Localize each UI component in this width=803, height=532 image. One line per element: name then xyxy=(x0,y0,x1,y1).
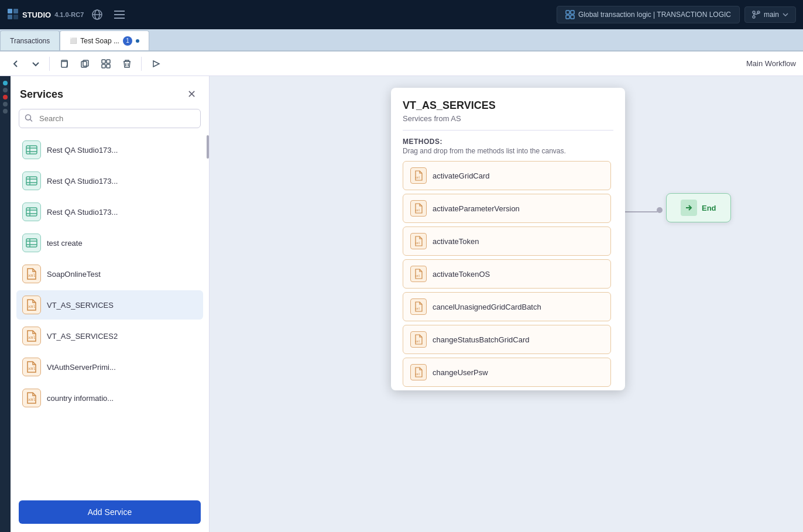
method-item[interactable]: xml changeStatusBatchGridCard xyxy=(403,325,611,354)
tab-dot xyxy=(136,39,139,43)
method-item[interactable]: xml activateTokenOS xyxy=(403,259,611,289)
search-box xyxy=(19,109,201,128)
svg-point-15 xyxy=(753,16,755,18)
layout-button[interactable] xyxy=(97,56,115,72)
popup-subtitle: Services from AS xyxy=(403,114,613,123)
tab-transactions[interactable]: Transactions xyxy=(0,30,60,50)
left-sidebar xyxy=(0,76,11,532)
end-node-icon xyxy=(681,200,697,216)
method-icon: xml xyxy=(410,364,427,380)
service-rest-icon xyxy=(22,140,41,159)
search-input[interactable] xyxy=(19,109,201,128)
tab-icon: ⬜ xyxy=(70,37,77,44)
method-item[interactable]: xml cancelUnasignedGridCardBatch xyxy=(403,292,611,321)
sidebar-indicator-1 xyxy=(3,81,8,85)
tab-badge: 1 xyxy=(123,36,132,46)
service-name: country informatio... xyxy=(47,394,114,403)
service-name: SoapOnlineTest xyxy=(47,270,101,279)
svg-point-14 xyxy=(753,11,755,13)
svg-rect-11 xyxy=(571,11,574,14)
method-icon: xml xyxy=(410,298,427,315)
transaction-logic-button[interactable]: Global transaction logic | TRANSACTION L… xyxy=(557,6,740,23)
list-item[interactable]: Rest QA Studio173... xyxy=(16,135,203,164)
list-item[interactable]: xml VT_AS_SERVICES xyxy=(16,290,203,320)
list-item[interactable]: Rest QA Studio173... xyxy=(16,166,203,195)
popup-methods-label: METHODS: xyxy=(403,138,613,146)
service-name: Rest QA Studio173... xyxy=(47,208,118,217)
add-service-button[interactable]: Add Service xyxy=(19,500,201,524)
svg-text:xml: xml xyxy=(28,273,36,278)
svg-text:xml: xml xyxy=(415,307,420,310)
svg-rect-33 xyxy=(26,208,37,216)
play-button[interactable] xyxy=(146,56,165,72)
svg-text:xml: xml xyxy=(415,208,420,212)
popup-title: VT_AS_SERVICES xyxy=(403,99,613,112)
method-item[interactable]: xml activateToken xyxy=(403,226,611,256)
method-icon: xml xyxy=(410,331,427,348)
svg-rect-0 xyxy=(8,9,12,13)
search-icon xyxy=(25,114,33,123)
method-name: activateParameterVersion xyxy=(433,204,520,213)
app-name: STUDIO xyxy=(22,11,51,19)
popup-methods-hint: Drag and drop from the methods list into… xyxy=(403,147,613,155)
list-item[interactable]: xml SoapOnlineTest xyxy=(16,259,203,289)
svg-text:xml: xml xyxy=(415,241,420,245)
svg-text:xml: xml xyxy=(415,274,420,277)
app-version: 4.1.0-RC7 xyxy=(54,11,84,18)
copy-button[interactable] xyxy=(54,56,73,72)
chevron-left-button[interactable] xyxy=(7,56,25,71)
service-soap-icon: xml xyxy=(22,389,41,407)
toolbar-divider-2 xyxy=(141,57,142,71)
method-item[interactable]: xml changeUserPsw xyxy=(403,358,611,387)
svg-text:xml: xml xyxy=(28,366,36,371)
service-soap-icon: xml xyxy=(22,296,41,314)
list-item[interactable]: xml VtAuthServerPrimi... xyxy=(16,352,203,382)
close-services-button[interactable]: ✕ xyxy=(184,87,200,102)
services-header: Services ✕ xyxy=(11,76,209,109)
branch-label: main xyxy=(764,11,779,19)
list-item[interactable]: test create xyxy=(16,228,203,258)
tab-test-soap[interactable]: ⬜ Test Soap ... 1 xyxy=(60,30,149,50)
method-name: activateToken xyxy=(433,237,479,246)
method-item[interactable]: xml activateGridCard xyxy=(403,161,611,190)
globe-button[interactable] xyxy=(88,6,106,23)
list-item[interactable]: xml country informatio... xyxy=(16,383,203,413)
list-item[interactable]: xml VT_AS_SERVICES2 xyxy=(16,321,203,351)
chevron-down-icon xyxy=(783,13,788,16)
sidebar-indicator-2 xyxy=(3,88,8,92)
svg-rect-1 xyxy=(13,9,18,13)
svg-rect-25 xyxy=(26,146,37,154)
duplicate-button[interactable] xyxy=(76,56,94,72)
method-item[interactable]: xml activateParameterVersion xyxy=(403,194,611,223)
svg-rect-10 xyxy=(566,11,569,14)
svg-text:xml: xml xyxy=(415,339,420,343)
chevron-down-toolbar-button[interactable] xyxy=(27,56,44,71)
service-name: test create xyxy=(47,239,83,248)
svg-text:xml: xml xyxy=(28,335,36,340)
service-soap-icon: xml xyxy=(22,265,41,283)
logo-icon xyxy=(7,8,19,22)
menu-button[interactable] xyxy=(111,7,128,22)
sidebar-indicator-3 xyxy=(3,95,8,99)
svg-rect-12 xyxy=(566,15,569,19)
method-name: changeUserPsw xyxy=(433,368,488,377)
method-name: activateTokenOS xyxy=(433,270,490,279)
end-node-label: End xyxy=(702,204,716,212)
list-item[interactable]: Rest QA Studio173... xyxy=(16,197,203,226)
toolbar: Main Workflow xyxy=(0,52,803,76)
connection-dot-right xyxy=(657,207,663,213)
svg-point-24 xyxy=(26,115,31,120)
service-soap-icon: xml xyxy=(22,327,41,345)
method-icon: xml xyxy=(410,233,427,249)
tab-test-soap-label: Test Soap ... xyxy=(80,37,119,45)
branch-button[interactable]: main xyxy=(744,6,796,23)
method-name: cancelUnasignedGridCardBatch xyxy=(433,303,541,311)
method-name: changeStatusBatchGridCard xyxy=(433,335,529,344)
services-list: Rest QA Studio173... Rest QA Studio173..… xyxy=(11,135,209,493)
services-panel-title: Services xyxy=(20,88,63,101)
end-node[interactable]: End xyxy=(666,193,731,222)
svg-rect-22 xyxy=(102,64,105,68)
sidebar-indicator-4 xyxy=(3,102,8,107)
delete-button[interactable] xyxy=(118,56,136,72)
service-rest-icon xyxy=(22,202,41,221)
